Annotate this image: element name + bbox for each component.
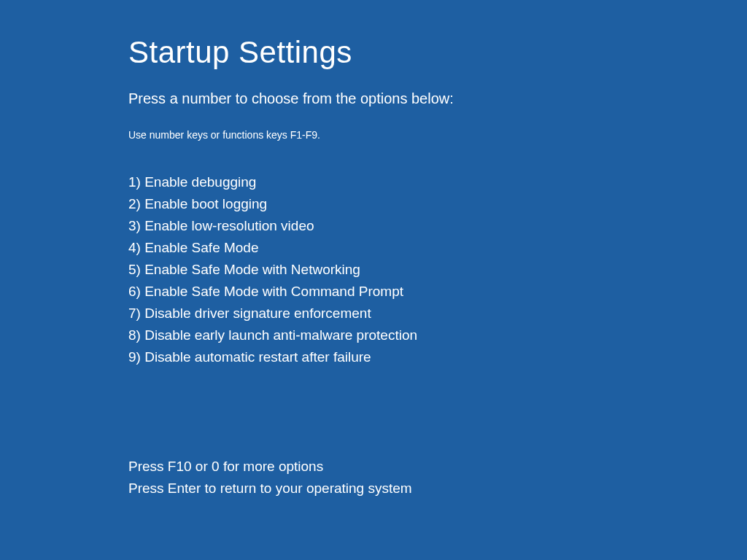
hint-text: Use number keys or functions keys F1-F9. (128, 129, 747, 141)
more-options-text: Press F10 or 0 for more options (128, 456, 747, 478)
options-list: 1) Enable debugging 2) Enable boot loggi… (128, 171, 747, 368)
return-text: Press Enter to return to your operating … (128, 478, 747, 499)
option-1-debugging[interactable]: 1) Enable debugging (128, 171, 747, 193)
option-7-disable-driver-signature[interactable]: 7) Disable driver signature enforcement (128, 303, 747, 324)
page-title: Startup Settings (128, 35, 747, 70)
option-5-safe-mode-networking[interactable]: 5) Enable Safe Mode with Networking (128, 259, 747, 281)
option-8-disable-anti-malware[interactable]: 8) Disable early launch anti-malware pro… (128, 324, 747, 346)
option-4-safe-mode[interactable]: 4) Enable Safe Mode (128, 237, 747, 259)
option-2-boot-logging[interactable]: 2) Enable boot logging (128, 193, 747, 215)
footer-section: Press F10 or 0 for more options Press En… (128, 456, 747, 499)
option-3-low-res-video[interactable]: 3) Enable low-resolution video (128, 215, 747, 237)
option-9-disable-auto-restart[interactable]: 9) Disable automatic restart after failu… (128, 346, 747, 368)
option-6-safe-mode-command-prompt[interactable]: 6) Enable Safe Mode with Command Prompt (128, 281, 747, 303)
startup-settings-screen: Startup Settings Press a number to choos… (0, 0, 747, 499)
subtitle-text: Press a number to choose from the option… (128, 90, 747, 107)
